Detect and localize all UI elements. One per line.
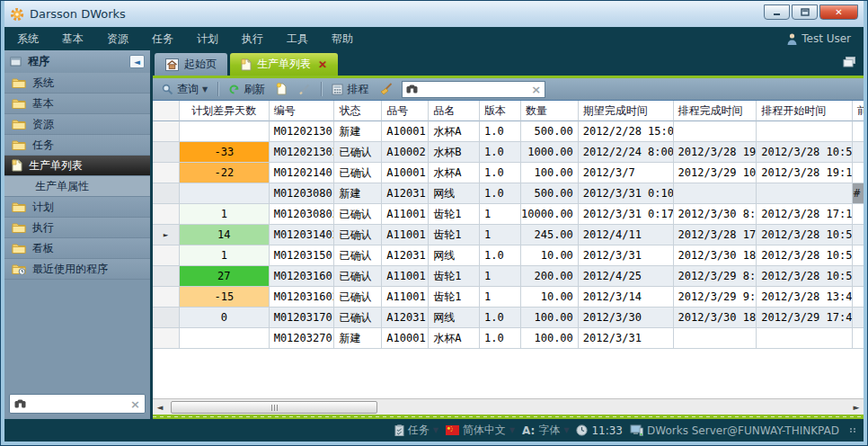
row-selector[interactable] bbox=[153, 121, 180, 142]
sidebar-item-生产单属性[interactable]: 生产单属性 bbox=[4, 176, 150, 197]
cell-expect[interactable]: 2012/3/31 bbox=[579, 328, 674, 349]
cell-expect[interactable]: 2012/2/28 15:00 bbox=[579, 121, 674, 142]
cell-sched_start[interactable]: 2012/3/29 17:46 bbox=[757, 308, 853, 328]
cell-extra[interactable] bbox=[853, 142, 864, 163]
cell-item_name[interactable]: 水杯A bbox=[429, 328, 480, 349]
cell-sched_end[interactable]: 2012/3/30 18:00 bbox=[674, 308, 757, 328]
sidebar-item-任务[interactable]: 任务 bbox=[4, 135, 150, 156]
cell-code[interactable]: M012021401 bbox=[270, 163, 335, 183]
cell-item_name[interactable]: 网线 bbox=[429, 245, 480, 266]
sidebar-item-看板[interactable]: 看板 bbox=[4, 238, 150, 259]
table-row[interactable]: 27M012031601已确认A11001齿轮11200.002012/4/25… bbox=[153, 266, 864, 287]
column-header-排程开始时间[interactable]: 排程开始时间 bbox=[757, 101, 853, 121]
cell-extra[interactable] bbox=[853, 204, 864, 225]
cell-item_name[interactable]: 水杯B bbox=[429, 142, 480, 163]
cell-sched_end[interactable]: 2012/3/28 19:10 bbox=[674, 142, 757, 163]
sidebar-search-clear-icon[interactable]: × bbox=[130, 397, 140, 411]
cell-item_no[interactable]: A10002 bbox=[382, 142, 429, 163]
cell-diff[interactable]: 27 bbox=[180, 266, 270, 287]
menu-item[interactable]: 任务 bbox=[152, 31, 173, 47]
cell-diff[interactable] bbox=[180, 121, 270, 142]
cell-item_no[interactable]: A10001 bbox=[382, 328, 429, 349]
cell-sched_start[interactable]: 2012/3/28 10:52 bbox=[757, 266, 853, 287]
sidebar-item-基本[interactable]: 基本 bbox=[4, 94, 150, 114]
table-row[interactable]: M012030801新建A12031网线1.0500.002012/3/31 0… bbox=[153, 183, 864, 204]
cell-qty[interactable]: 500.00 bbox=[521, 121, 579, 142]
cell-sched_end[interactable] bbox=[674, 183, 757, 204]
cell-item_name[interactable]: 水杯A bbox=[429, 163, 480, 183]
cell-expect[interactable]: 2012/4/25 bbox=[579, 266, 674, 287]
toolbar-search-input[interactable] bbox=[421, 83, 531, 95]
cell-sched_start[interactable]: 2012/3/28 10:52 bbox=[757, 245, 853, 266]
cell-item_no[interactable]: A12031 bbox=[382, 183, 429, 204]
cell-version[interactable]: 1 bbox=[480, 204, 521, 225]
cell-qty[interactable]: 100.00 bbox=[521, 328, 579, 349]
cell-sched_start[interactable] bbox=[757, 328, 853, 349]
cell-code[interactable]: M012030801 bbox=[270, 183, 335, 204]
sidebar-collapse-button[interactable]: ◄ bbox=[129, 55, 145, 68]
cell-extra[interactable] bbox=[853, 121, 864, 142]
cell-sched_start[interactable]: 2012/3/28 19:10 bbox=[757, 163, 853, 183]
current-row-marker[interactable]: ► bbox=[153, 225, 180, 245]
cell-code[interactable]: M012021302 bbox=[270, 142, 335, 163]
cell-diff[interactable]: 1 bbox=[180, 245, 270, 266]
cell-code[interactable]: M012031701 bbox=[270, 308, 335, 328]
cell-sched_end[interactable] bbox=[674, 328, 757, 349]
scrollbar-thumb[interactable] bbox=[171, 401, 377, 414]
table-row[interactable]: ►14M012031402已确认A11001齿轮11245.002012/4/1… bbox=[153, 225, 864, 245]
cell-extra[interactable] bbox=[853, 225, 864, 245]
row-selector[interactable] bbox=[153, 245, 180, 266]
cell-diff[interactable]: 1 bbox=[180, 204, 270, 225]
cell-sched_start[interactable] bbox=[757, 121, 853, 142]
font-menu[interactable]: A: 字体 ▼ bbox=[522, 423, 569, 438]
row-selector[interactable] bbox=[153, 287, 180, 308]
table-row[interactable]: -15M012031602已确认A11001齿轮1110.002012/3/14… bbox=[153, 287, 864, 308]
cell-status[interactable]: 新建 bbox=[334, 121, 382, 142]
cell-sched_end[interactable]: 2012/3/30 8:15 bbox=[674, 204, 757, 225]
cell-sched_end[interactable]: 2012/3/29 10:20 bbox=[674, 163, 757, 183]
cell-extra[interactable]: # bbox=[853, 183, 864, 204]
cell-qty[interactable]: 10.00 bbox=[521, 287, 579, 308]
row-selector[interactable] bbox=[153, 142, 180, 163]
cell-version[interactable]: 1.0 bbox=[480, 308, 521, 328]
cascade-windows-icon[interactable] bbox=[843, 57, 856, 67]
cell-sched_start[interactable] bbox=[757, 183, 853, 204]
cell-sched_start[interactable]: 2012/3/28 17:13 bbox=[757, 204, 853, 225]
scroll-left-icon[interactable]: ◄ bbox=[153, 403, 167, 412]
cell-qty[interactable]: 100.00 bbox=[521, 163, 579, 183]
cell-code[interactable]: M012031602 bbox=[270, 287, 335, 308]
query-button[interactable]: 查询 ▼ bbox=[158, 81, 211, 98]
cell-extra[interactable] bbox=[853, 266, 864, 287]
cell-item_no[interactable]: A11001 bbox=[382, 266, 429, 287]
column-header-状态[interactable]: 状态 bbox=[334, 101, 382, 121]
toolbar-search-clear-icon[interactable]: × bbox=[531, 83, 541, 96]
cell-item_no[interactable]: A10001 bbox=[382, 163, 429, 183]
cell-diff[interactable]: -15 bbox=[180, 287, 270, 308]
cell-status[interactable]: 已确认 bbox=[334, 245, 382, 266]
cell-expect[interactable]: 2012/3/14 bbox=[579, 287, 674, 308]
maximize-button[interactable] bbox=[792, 4, 818, 20]
cell-extra[interactable] bbox=[853, 287, 864, 308]
cell-extra[interactable] bbox=[853, 245, 864, 266]
cell-code[interactable]: M012030802 bbox=[270, 204, 335, 225]
cell-version[interactable]: 1.0 bbox=[480, 328, 521, 349]
cell-status[interactable]: 已确认 bbox=[334, 225, 382, 245]
column-header-版本[interactable]: 版本 bbox=[480, 101, 521, 121]
cell-expect[interactable]: 2012/3/31 0:10 bbox=[579, 183, 674, 204]
table-row[interactable]: 1M012030802已确认A11001齿轮1110000.002012/3/3… bbox=[153, 204, 864, 225]
task-menu[interactable]: 任务 ▼ bbox=[394, 423, 438, 438]
cell-qty[interactable]: 200.00 bbox=[521, 266, 579, 287]
table-row[interactable]: -22M012021401已确认A10001水杯A1.0100.002012/3… bbox=[153, 163, 864, 183]
cell-qty[interactable]: 500.00 bbox=[521, 183, 579, 204]
cell-qty[interactable]: 245.00 bbox=[521, 225, 579, 245]
cell-sched_start[interactable]: 2012/3/28 10:52 bbox=[757, 142, 853, 163]
row-selector[interactable] bbox=[153, 308, 180, 328]
sidebar-item-资源[interactable]: 资源 bbox=[4, 114, 150, 135]
cell-version[interactable]: 1.0 bbox=[480, 163, 521, 183]
cell-sched_end[interactable]: 2012/3/29 9:20 bbox=[674, 287, 757, 308]
scroll-right-icon[interactable]: ► bbox=[849, 403, 864, 412]
cell-version[interactable]: 1.0 bbox=[480, 142, 521, 163]
cell-expect[interactable]: 2012/4/11 bbox=[579, 225, 674, 245]
cell-item_name[interactable]: 网线 bbox=[429, 183, 480, 204]
sidebar-item-生产单列表[interactable]: 生产单列表 bbox=[4, 156, 150, 176]
